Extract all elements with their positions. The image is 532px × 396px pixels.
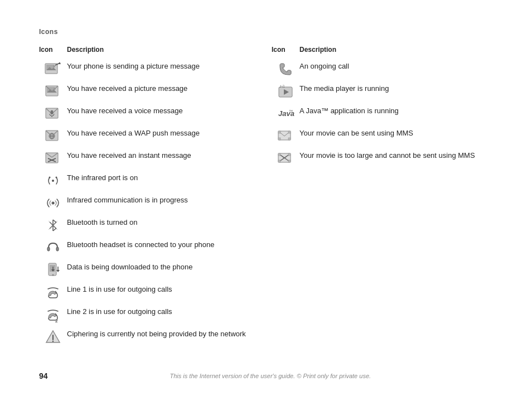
section-title: Icons — [39, 28, 493, 36]
wap-received-desc: You have received a WAP push message — [67, 126, 260, 138]
svg-point-28 — [52, 180, 54, 182]
page-number: 94 — [39, 371, 48, 380]
list-item: ♪♫ The media player is running — [272, 81, 493, 100]
list-item: You have received a picture message — [39, 81, 260, 100]
list-item: Your movie is too large and cannot be se… — [272, 148, 493, 167]
instant-received-icon — [39, 148, 67, 167]
svg-text:™: ™ — [289, 109, 293, 113]
picture-received-desc: You have received a picture message — [67, 81, 260, 94]
right-column-header: Icon Description — [272, 46, 493, 54]
instant-received-desc: You have received an instant message — [67, 148, 260, 161]
wap-received-icon — [39, 126, 67, 145]
line1-desc: Line 1 is in use for outgoing calls — [67, 282, 260, 294]
bluetooth-on-desc: Bluetooth is turned on — [67, 215, 260, 228]
left-column-header: Icon Description — [39, 46, 260, 54]
bluetooth-on-icon — [39, 215, 67, 234]
list-item: Bluetooth headset is connected to your p… — [39, 238, 260, 257]
data-download-desc: Data is being downloaded to the phone — [67, 260, 260, 272]
voice-received-desc: You have received a voice message — [67, 104, 260, 116]
line2-desc: Line 2 is in use for outgoing calls — [67, 305, 260, 317]
svg-rect-15 — [51, 110, 53, 114]
picture-send-icon — [39, 59, 67, 78]
list-item: An ongoing call — [272, 59, 493, 78]
picture-send-desc: Your phone is sending a picture message — [67, 59, 260, 71]
media-player-desc: The media player is running — [299, 81, 493, 94]
left-icon-header: Icon — [39, 46, 67, 54]
bluetooth-headset-icon — [39, 238, 67, 257]
list-item: Line 1 is in use for outgoing calls — [39, 282, 260, 301]
list-item: The infrared port is on — [39, 171, 260, 190]
movie-mms-large-icon — [272, 148, 299, 167]
data-download-icon — [39, 260, 67, 279]
svg-rect-68 — [278, 153, 280, 156]
svg-point-46 — [52, 274, 54, 276]
list-item: Data is being downloaded to the phone — [39, 260, 260, 279]
list-item: Infrared communication is in progress — [39, 193, 260, 212]
infrared-progress-desc: Infrared communication is in progress — [67, 193, 260, 205]
right-column: Icon Description An ongoing call — [260, 46, 493, 349]
ciphering-icon — [39, 327, 67, 346]
java-app-desc: A Java™ application is running — [299, 104, 493, 116]
list-item: 2 Line 2 is in use for outgoing calls — [39, 305, 260, 323]
footer-note: This is the Internet version of the user… — [48, 373, 493, 379]
line2-icon: 2 — [39, 305, 67, 323]
list-item: Java ™ A Java™ application is running — [272, 104, 493, 123]
svg-rect-71 — [288, 160, 291, 162]
svg-rect-69 — [288, 153, 291, 156]
ongoing-call-desc: An ongoing call — [299, 59, 493, 71]
svg-rect-41 — [56, 247, 59, 251]
page-content: Icons Icon Description — [0, 0, 532, 371]
right-desc-header: Description — [299, 46, 336, 54]
list-item: Ciphering is currently not being provide… — [39, 327, 260, 346]
left-desc-header: Description — [67, 46, 104, 54]
list-item: Your movie can be sent using MMS — [272, 126, 493, 145]
voice-received-icon — [39, 104, 67, 123]
line1-icon — [39, 282, 67, 301]
footer: 94 This is the Internet version of the u… — [0, 371, 532, 380]
svg-rect-64 — [288, 138, 291, 140]
svg-rect-70 — [278, 160, 280, 162]
svg-text:♪♫: ♪♫ — [279, 84, 285, 89]
list-item: Bluetooth is turned on — [39, 215, 260, 234]
svg-point-30 — [56, 177, 57, 178]
movie-mms-ok-desc: Your movie can be sent using MMS — [299, 126, 493, 138]
ciphering-desc: Ciphering is currently not being provide… — [67, 327, 260, 339]
list-item: You have received an instant message — [39, 148, 260, 167]
list-item: You have received a voice message — [39, 104, 260, 123]
movie-mms-ok-icon — [272, 126, 299, 145]
media-player-icon: ♪♫ — [272, 81, 299, 100]
svg-marker-48 — [56, 270, 60, 272]
svg-point-52 — [52, 341, 54, 342]
list-item: Your phone is sending a picture message — [39, 59, 260, 78]
right-icon-header: Icon — [272, 46, 299, 54]
svg-rect-40 — [47, 247, 50, 251]
svg-point-29 — [49, 177, 51, 178]
movie-mms-large-desc: Your movie is too large and cannot be se… — [299, 148, 493, 161]
svg-rect-61 — [278, 131, 280, 133]
infrared-progress-icon — [39, 193, 67, 212]
infrared-on-desc: The infrared port is on — [67, 171, 260, 183]
svg-point-3 — [53, 65, 55, 67]
picture-received-icon — [39, 81, 67, 100]
java-app-icon: Java ™ — [272, 104, 299, 123]
infrared-on-icon — [39, 171, 67, 190]
ongoing-call-icon — [272, 59, 299, 78]
svg-rect-63 — [278, 138, 280, 140]
svg-rect-62 — [288, 131, 291, 133]
columns-container: Icon Description Your phone is sending a… — [39, 46, 493, 349]
svg-text:2: 2 — [55, 318, 58, 323]
svg-point-11 — [54, 88, 56, 90]
list-item: You have received a WAP push message — [39, 126, 260, 145]
left-column: Icon Description Your phone is sending a… — [39, 46, 260, 349]
bluetooth-headset-desc: Bluetooth headset is connected to your p… — [67, 238, 260, 250]
